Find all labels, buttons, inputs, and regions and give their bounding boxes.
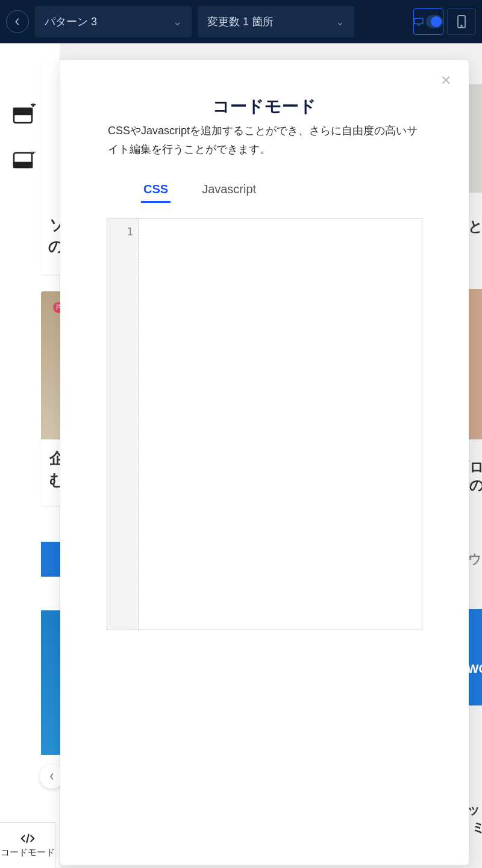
device-desktop-toggle <box>413 8 443 35</box>
bg-image <box>469 609 482 705</box>
code-tabs: CSS Javascript <box>141 182 451 203</box>
add-top-icon <box>13 104 36 124</box>
changes-selector[interactable]: 変更数 1 箇所 ⌄ <box>198 6 354 37</box>
bg-image <box>469 289 482 439</box>
left-tools <box>9 90 39 185</box>
mobile-view-button[interactable] <box>447 8 476 35</box>
code-mode-label: コードモード <box>1 847 55 858</box>
top-bar: パターン 3 ⌄ 変更数 1 箇所 ⌄ <box>0 0 482 43</box>
modal-description: CSSやJavascriptを追加することができ、さらに自由度の高いサイト編集を… <box>108 122 421 158</box>
chevron-down-icon: ⌄ <box>173 15 182 28</box>
close-button[interactable]: ✕ <box>437 72 454 89</box>
line-number: 1 <box>107 225 133 238</box>
desktop-icon <box>414 16 424 27</box>
back-button[interactable] <box>6 10 29 33</box>
chevron-left-icon <box>49 772 55 781</box>
add-bottom-element-button[interactable] <box>9 147 39 177</box>
close-icon: ✕ <box>440 73 451 88</box>
device-group <box>413 8 476 35</box>
chevron-down-icon: ⌄ <box>336 15 345 28</box>
code-mode-button[interactable]: コードモード <box>0 822 55 868</box>
bg-text: ッ <box>467 801 481 819</box>
line-gutter: 1 <box>107 219 139 630</box>
pattern-selector[interactable]: パターン 3 ⌄ <box>35 6 192 37</box>
chevron-left-icon <box>13 17 22 26</box>
bg-text: WO <box>468 662 482 676</box>
add-bottom-icon <box>13 152 36 172</box>
pattern-label: パターン 3 <box>45 14 97 29</box>
add-top-element-button[interactable] <box>9 99 39 129</box>
tab-javascript[interactable]: Javascript <box>199 182 258 203</box>
desktop-view-button[interactable] <box>414 9 443 34</box>
svg-rect-0 <box>415 18 423 23</box>
svg-point-2 <box>461 25 462 26</box>
tab-css[interactable]: CSS <box>141 182 171 203</box>
code-editor: 1 <box>107 219 422 630</box>
svg-rect-4 <box>14 108 32 114</box>
modal-title: コードモード <box>78 95 451 118</box>
svg-rect-6 <box>14 163 32 167</box>
bg-image <box>469 84 482 193</box>
code-mode-modal: ✕ コードモード CSSやJavascriptを追加することができ、さらに自由度… <box>60 60 469 865</box>
changes-label: 変更数 1 箇所 <box>207 14 274 29</box>
preview-toggle[interactable] <box>426 15 443 28</box>
code-input[interactable] <box>139 219 422 630</box>
bg-text: ウ <box>468 550 482 568</box>
code-icon <box>19 832 36 845</box>
mobile-icon <box>457 15 466 28</box>
